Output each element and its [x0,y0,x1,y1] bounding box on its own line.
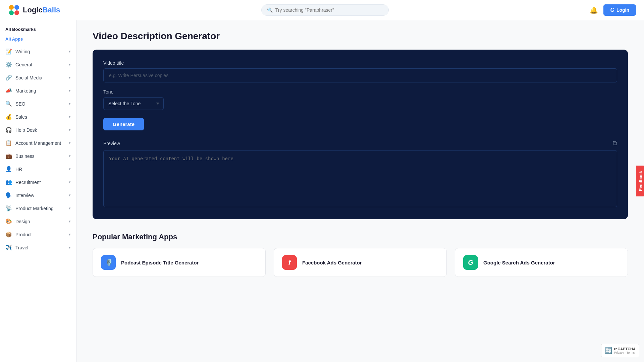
popular-section-title: Popular Marketing Apps [93,233,628,241]
page-title: Video Description Generator [93,31,628,42]
login-button[interactable]: G Login [603,4,636,16]
sidebar-item-left: ⚙️ General [5,61,32,68]
recaptcha-text: reCAPTCHA [614,347,636,351]
video-title-input[interactable] [103,68,617,82]
svg-point-0 [9,5,14,10]
sidebar-chevron-help-desk: ▾ [69,128,71,132]
sidebar-label-interview: Interview [15,193,34,198]
logo-balls-text: Balls [43,6,60,14]
main-content: Video Description Generator Video title … [76,20,644,362]
preview-section: Preview ⧉ [103,140,617,208]
app-card-icon-google-ads: G [463,255,478,270]
sidebar-icon-sales: 💰 [5,114,12,120]
sidebar-chevron-marketing: ▾ [69,88,71,93]
sidebar-item-left: 🗣️ Interview [5,192,34,198]
sidebar-item-left: 📝 Writing [5,48,30,55]
sidebar-label-recruitment: Recruitment [15,180,41,185]
search-icon: 🔍 [267,7,273,13]
logo[interactable]: LogicBalls [8,4,60,16]
preview-label: Preview [103,141,120,146]
sidebar-icon-design: 🎨 [5,218,12,225]
sidebar-label-design: Design [15,219,30,224]
sidebar-item-design[interactable]: 🎨 Design ▾ [0,215,76,228]
sidebar-label-travel: Travel [15,245,28,250]
sidebar-icon-seo: 🔍 [5,101,12,107]
sidebar-allapps[interactable]: All Apps [0,35,76,45]
notification-bell-button[interactable]: 🔔 [590,6,598,14]
sidebar-label-account-management: Account Management [15,140,61,146]
search-input[interactable] [275,7,383,13]
svg-point-1 [14,5,19,10]
sidebar-chevron-seo: ▾ [69,102,71,106]
sidebar-chevron-writing: ▾ [69,49,71,54]
app-card-podcast[interactable]: 🎙️ Podcast Episode Title Generator [93,248,266,277]
feedback-tab[interactable]: Feedback [636,166,644,196]
sidebar-item-product[interactable]: 📦 Product ▾ [0,228,76,241]
search-bar[interactable]: 🔍 [261,4,389,16]
svg-point-3 [14,10,19,15]
sidebar-icon-product: 📦 [5,231,12,238]
sidebar-icon-account-management: 📋 [5,140,12,146]
sidebar-label-general: General [15,62,32,67]
popular-section: Popular Marketing Apps 🎙️ Podcast Episod… [93,233,628,277]
tone-label: Tone [103,89,617,95]
preview-textarea[interactable] [103,150,617,207]
sidebar-icon-writing: 📝 [5,48,12,55]
app-card-name-google-ads: Google Search Ads Generator [483,260,555,265]
sidebar-item-left: 💰 Sales [5,114,27,120]
sidebar-item-seo[interactable]: 🔍 SEO ▾ [0,97,76,110]
header-right: 🔔 G Login [590,4,636,16]
sidebar-item-left: 🔗 Social Media [5,74,42,81]
app-card-icon-facebook-ads: f [282,255,297,270]
app-card-icon-podcast: 🎙️ [101,255,116,270]
sidebar-chevron-interview: ▾ [69,193,71,197]
sidebar-label-product-marketing: Product Marketing [15,206,54,211]
sidebar-chevron-hr: ▾ [69,167,71,171]
sidebar-icon-social-media: 🔗 [5,74,12,81]
sidebar-item-social-media[interactable]: 🔗 Social Media ▾ [0,71,76,84]
sidebar-item-hr[interactable]: 👤 HR ▾ [0,163,76,176]
sidebar-item-help-desk[interactable]: 🎧 Help Desk ▾ [0,123,76,136]
tone-section: Tone Select the ToneFormalCasualFriendly… [103,89,617,110]
preview-header: Preview ⧉ [103,140,617,147]
logo-icon [8,4,20,16]
sidebar-item-account-management[interactable]: 📋 Account Management ▾ [0,136,76,149]
sidebar-label-help-desk: Help Desk [15,127,37,133]
sidebar-item-general[interactable]: ⚙️ General ▾ [0,58,76,71]
sidebar-label-product: Product [15,232,32,237]
sidebar-icon-marketing: 📣 [5,87,12,94]
sidebar-label-marketing: Marketing [15,88,36,94]
generate-button[interactable]: Generate [103,118,144,130]
sidebar-bookmarks[interactable]: All Bookmarks [0,24,76,35]
sidebar-item-left: 🎧 Help Desk [5,127,37,133]
sidebar-item-product-marketing[interactable]: 📡 Product Marketing ▾ [0,202,76,215]
tone-select[interactable]: Select the ToneFormalCasualFriendlyProfe… [103,97,164,110]
sidebar-items-container: 📝 Writing ▾ ⚙️ General ▾ 🔗 Social Media … [0,45,76,254]
sidebar-label-seo: SEO [15,101,25,107]
sidebar-item-interview[interactable]: 🗣️ Interview ▾ [0,189,76,202]
sidebar-item-business[interactable]: 💼 Business ▾ [0,149,76,163]
sidebar-chevron-design: ▾ [69,219,71,224]
logo-logic-text: Logic [23,6,43,14]
popular-cards-row: 🎙️ Podcast Episode Title Generator f Fac… [93,248,628,277]
form-card: Video title Tone Select the ToneFormalCa… [93,50,628,219]
sidebar-item-left: 🔍 SEO [5,101,25,107]
sidebar-item-marketing[interactable]: 📣 Marketing ▾ [0,84,76,97]
sidebar-item-left: 📦 Product [5,231,32,238]
google-icon: G [610,7,614,13]
sidebar: All Bookmarks All Apps 📝 Writing ▾ ⚙️ Ge… [0,20,76,362]
sidebar-icon-hr: 👤 [5,166,12,172]
sidebar-item-writing[interactable]: 📝 Writing ▾ [0,45,76,58]
sidebar-chevron-recruitment: ▾ [69,180,71,184]
sidebar-item-left: 👤 HR [5,166,22,172]
video-title-label: Video title [103,60,617,66]
sidebar-icon-travel: ✈️ [5,244,12,251]
app-card-google-ads[interactable]: G Google Search Ads Generator [455,248,628,277]
sidebar-item-travel[interactable]: ✈️ Travel ▾ [0,241,76,254]
sidebar-item-left: 📣 Marketing [5,87,36,94]
sidebar-item-recruitment[interactable]: 👥 Recruitment ▾ [0,176,76,189]
app-card-facebook-ads[interactable]: f Facebook Ads Generator [274,248,447,277]
sidebar-item-left: ✈️ Travel [5,244,28,251]
copy-button[interactable]: ⧉ [613,140,617,147]
sidebar-item-sales[interactable]: 💰 Sales ▾ [0,110,76,123]
